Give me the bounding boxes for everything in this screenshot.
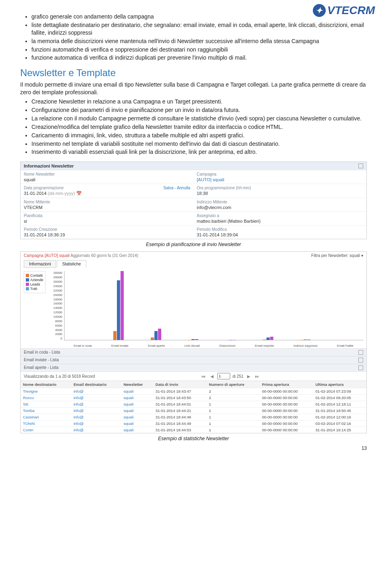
newsletter-form-screenshot: Informazioni Newsletter Nome Newsletters…	[20, 161, 367, 239]
chart-bar	[270, 337, 273, 340]
bar-chart: 3000028000260002400022000200001800016000…	[49, 271, 363, 348]
table-row[interactable]: Cassinariinfo@squali31-01-2014 18:44:461…	[21, 414, 366, 420]
table-row[interactable]: TONINinfo@squali31-01-2014 18:44:49100-0…	[21, 420, 366, 427]
list-item: La relazione con il modulo Campagne perm…	[31, 115, 367, 122]
list-header[interactable]: Email aperte - Lista	[24, 365, 58, 370]
chart-bar	[121, 271, 124, 340]
form-field: Periodo Creazione31-01-2014 18:36:19	[21, 225, 194, 239]
legend-item: Aziende	[26, 278, 44, 282]
chart-bar	[191, 339, 195, 340]
column-header[interactable]: Newsletter	[121, 381, 153, 388]
nav-next-icon[interactable]: ▶	[246, 374, 252, 379]
nav-first-icon[interactable]: ⏮	[200, 374, 207, 379]
chart-legend: ContattiAziendeLeadsTutti	[24, 271, 46, 293]
form-header: Informazioni Newsletter	[24, 164, 74, 168]
page-number: 13	[20, 445, 367, 451]
minimize-icon[interactable]	[358, 350, 363, 355]
list-item: Caricamento di immagini, link, video, st…	[31, 132, 367, 139]
form-field: Ora programmazione (hh:mm)18:38	[194, 184, 366, 198]
chart-bar	[266, 337, 270, 340]
logo-icon: ✦	[313, 4, 326, 17]
chart-bar	[195, 339, 198, 340]
column-header[interactable]: Prima apertura	[260, 381, 313, 388]
list-item: Creazione Newsletter in relazione a una …	[31, 98, 367, 106]
record-navigator: Visualizzando da 1 a 20 di 5018 Record ⏮…	[21, 371, 366, 381]
chart-bar	[158, 329, 161, 340]
list-item: funzione automatica di verifica di indir…	[31, 54, 367, 62]
top-bullet-list: grafico generale con andamento della cam…	[20, 13, 367, 62]
minimize-icon[interactable]	[358, 358, 363, 362]
list-item: funzioni automatiche di verifica e soppr…	[31, 46, 367, 54]
section-bullet-list: Creazione Newsletter in relazione a una …	[20, 98, 367, 156]
table-row[interactable]: Trevigneinfo@squali31-01-2014 18:43:4720…	[21, 388, 366, 395]
form-field: Nome Newslettersquali	[21, 170, 194, 184]
nav-last-icon[interactable]: ⏭	[254, 374, 260, 379]
form-field: Nome MittenteVTECRM	[21, 198, 194, 211]
logo-text: VTECRM	[327, 4, 375, 17]
table-row[interactable]: Tombainfo@squali31-01-2014 18:44:21100-0…	[21, 408, 366, 414]
campaign-title: Campagna [AUTO] squali	[24, 253, 70, 258]
form-field: Indirizzo Mittenteinfo@vtecrm.com	[194, 198, 366, 211]
form-field: Data programmazioneSalva - Annulla31-01-…	[21, 184, 194, 198]
list-item: Configurazione dei parametri di invio e …	[31, 106, 367, 114]
chart-bar	[154, 331, 158, 340]
save-cancel-link[interactable]: Salva - Annulla	[163, 186, 190, 190]
table-row[interactable]: Contriinfo@squali31-01-2014 18:44:53100-…	[21, 427, 366, 433]
chart-bar	[188, 340, 191, 340]
stats-screenshot: Campagna [AUTO] squali Aggiornato 60 gio…	[20, 251, 367, 433]
section-heading: Newsletter e Template	[20, 67, 367, 79]
calendar-icon[interactable]: 📅	[76, 191, 82, 196]
table-row[interactable]: Roccoinfo@squali31-01-2014 18:43:50200-0…	[21, 395, 366, 401]
chart-bar	[233, 340, 236, 340]
minimize-icon[interactable]	[358, 365, 363, 370]
caption: Esempio di statistiche Newsletter	[20, 436, 367, 441]
chart-bar	[151, 337, 154, 340]
nav-prev-icon[interactable]: ◀	[209, 374, 215, 379]
chart-bar	[117, 280, 120, 340]
chart-bar	[229, 340, 232, 340]
campaign-updated: Aggiornato 60 giorni fa (31 Gen 2014)	[70, 253, 138, 258]
form-field: Assegnato amatteo.barbieri (Matteo Barbi…	[194, 211, 366, 225]
page-input[interactable]	[217, 373, 230, 379]
chart-bar	[307, 340, 310, 340]
chart-bar	[304, 340, 307, 340]
caption: Esempio di pianificazione di invio Newsl…	[20, 242, 367, 247]
brand-logo: ✦ VTECRM	[313, 4, 375, 17]
column-header[interactable]: Data di invio	[153, 381, 206, 388]
legend-item: Leads	[26, 282, 44, 286]
form-field: Campagna[AUTO] squali	[194, 170, 366, 184]
legend-item: Contatti	[26, 273, 44, 277]
list-item: la memoria delle disiscrizioni viene man…	[31, 37, 367, 45]
form-field: Pianificatasi	[21, 211, 194, 225]
list-item: Inserimento di variabili essenziali qual…	[31, 148, 367, 156]
list-item: liste dettagliate destinatario per desti…	[31, 21, 367, 37]
minimize-icon[interactable]	[358, 164, 363, 168]
list-item: Creazione/modifica del template grafico …	[31, 123, 367, 131]
column-header[interactable]: Ultima apertura	[313, 381, 366, 388]
page-total: di 251	[233, 374, 243, 379]
filter-dropdown[interactable]: Filtra per Newsletter: squali ▾	[311, 253, 363, 258]
column-header[interactable]: Email destinatario	[71, 381, 121, 388]
section-intro: Il modulo permette di inviare una email …	[20, 81, 367, 96]
table-row[interactable]: Sitiinfo@squali31-01-2014 18:44:01100-00…	[21, 401, 366, 408]
legend-item: Tutti	[26, 287, 44, 291]
tab-stats[interactable]: Statistiche	[57, 260, 86, 268]
list-header[interactable]: Email inviate - Lista	[24, 358, 59, 362]
column-header[interactable]: Nome destinatario	[21, 381, 71, 388]
tab-info[interactable]: Informazioni	[24, 260, 56, 268]
form-field: Periodo Modifica31-01-2014 18:39:04	[194, 225, 366, 239]
records-table: Nome destinatarioEmail destinatarioNewsl…	[21, 381, 366, 433]
list-header[interactable]: Email in coda - Lista	[24, 350, 60, 355]
chart-bar	[263, 340, 266, 340]
chart-bar	[113, 331, 117, 340]
list-item: Inserimento nel template di variabili so…	[31, 140, 367, 148]
column-header[interactable]: Numero di aperture	[206, 381, 260, 388]
record-count: Visualizzando da 1 a 20 di 5018 Record	[24, 374, 95, 379]
